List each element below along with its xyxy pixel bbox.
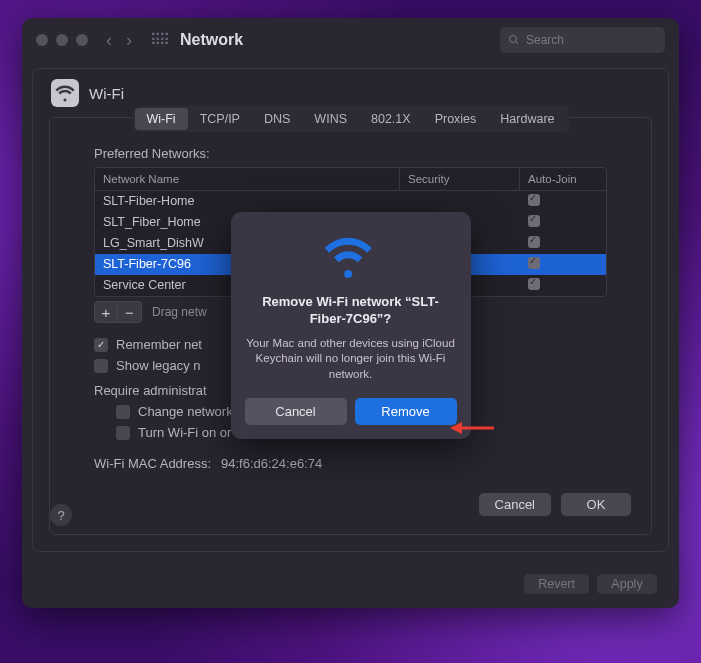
tab-802-1x[interactable]: 802.1X <box>359 108 423 130</box>
network-autojoin[interactable] <box>520 212 606 233</box>
search-field[interactable]: Search <box>500 27 665 53</box>
autojoin-check[interactable] <box>528 257 540 269</box>
autojoin-check[interactable] <box>528 194 540 206</box>
dialog-body: Your Mac and other devices using iCloud … <box>245 336 457 383</box>
panel-title: Wi-Fi <box>89 85 124 102</box>
window-controls <box>36 34 88 46</box>
autojoin-check[interactable] <box>528 215 540 227</box>
change-networks-checkbox[interactable] <box>116 405 130 419</box>
wifi-icon <box>51 79 79 107</box>
autojoin-check[interactable] <box>528 278 540 290</box>
remove-network-button[interactable]: − <box>118 301 142 323</box>
close-window[interactable] <box>36 34 48 46</box>
legacy-checkbox[interactable] <box>94 359 108 373</box>
sheet-buttons: Cancel OK <box>70 493 631 516</box>
nav-arrows: ‹ › <box>106 30 132 51</box>
change-networks-label: Change networks <box>138 404 239 419</box>
add-network-button[interactable]: + <box>94 301 118 323</box>
help-button[interactable]: ? <box>50 504 72 526</box>
network-autojoin[interactable] <box>520 191 606 212</box>
table-row[interactable]: SLT-Fiber-Home <box>95 191 606 212</box>
titlebar: ‹ › ⠿⠿ Network Search <box>22 18 679 62</box>
dialog-remove-button[interactable]: Remove <box>355 398 457 425</box>
tab-wi-fi[interactable]: Wi-Fi <box>135 108 188 130</box>
dialog-title: Remove Wi-Fi network “SLT-Fiber-7C96”? <box>245 294 457 328</box>
remove-network-dialog: Remove Wi-Fi network “SLT-Fiber-7C96”? Y… <box>231 212 471 439</box>
turn-wifi-checkbox[interactable] <box>116 426 130 440</box>
search-icon <box>508 34 520 46</box>
legacy-label: Show legacy n <box>116 358 201 373</box>
mac-label: Wi-Fi MAC Address: <box>94 456 211 471</box>
zoom-window[interactable] <box>76 34 88 46</box>
network-name: SLT-Fiber-Home <box>95 191 400 212</box>
mac-address-row: Wi-Fi MAC Address: 94:f6:d6:24:e6:74 <box>94 456 607 471</box>
all-prefs-icon[interactable]: ⠿⠿ <box>150 31 168 49</box>
mac-value: 94:f6:d6:24:e6:74 <box>221 456 322 471</box>
network-autojoin[interactable] <box>520 254 606 275</box>
panel-header: Wi-Fi <box>49 79 652 107</box>
network-security <box>400 191 520 212</box>
network-autojoin[interactable] <box>520 233 606 254</box>
apply-button[interactable]: Apply <box>597 574 657 594</box>
svg-point-0 <box>510 36 517 43</box>
revert-button[interactable]: Revert <box>524 574 589 594</box>
remember-checkbox[interactable] <box>94 338 108 352</box>
ok-button[interactable]: OK <box>561 493 631 516</box>
minimize-window[interactable] <box>56 34 68 46</box>
tab-tcp-ip[interactable]: TCP/IP <box>188 108 252 130</box>
network-autojoin[interactable] <box>520 275 606 296</box>
dialog-cancel-button[interactable]: Cancel <box>245 398 347 425</box>
tab-bar: Wi-FiTCP/IPDNSWINS802.1XProxiesHardware <box>133 106 569 132</box>
remember-label: Remember net <box>116 337 202 352</box>
outer-buttons: Revert Apply <box>22 562 679 608</box>
wifi-icon <box>323 234 379 278</box>
tab-proxies[interactable]: Proxies <box>423 108 489 130</box>
dialog-buttons: Cancel Remove <box>245 398 457 425</box>
tab-wins[interactable]: WINS <box>302 108 359 130</box>
col-security[interactable]: Security <box>400 168 520 190</box>
col-autojoin[interactable]: Auto-Join <box>520 168 606 190</box>
svg-line-1 <box>516 42 519 45</box>
forward-button[interactable]: › <box>126 30 132 51</box>
col-network-name[interactable]: Network Name <box>95 168 400 190</box>
autojoin-check[interactable] <box>528 236 540 248</box>
svg-marker-3 <box>450 422 462 434</box>
drag-hint: Drag netw <box>152 305 207 319</box>
preferred-networks-label: Preferred Networks: <box>94 146 631 161</box>
window-title: Network <box>180 31 243 49</box>
cancel-button[interactable]: Cancel <box>479 493 551 516</box>
tab-hardware[interactable]: Hardware <box>488 108 566 130</box>
back-button[interactable]: ‹ <box>106 30 112 51</box>
annotation-arrow <box>450 418 494 438</box>
search-placeholder: Search <box>526 33 564 47</box>
tab-dns[interactable]: DNS <box>252 108 302 130</box>
table-header: Network Name Security Auto-Join <box>95 168 606 191</box>
